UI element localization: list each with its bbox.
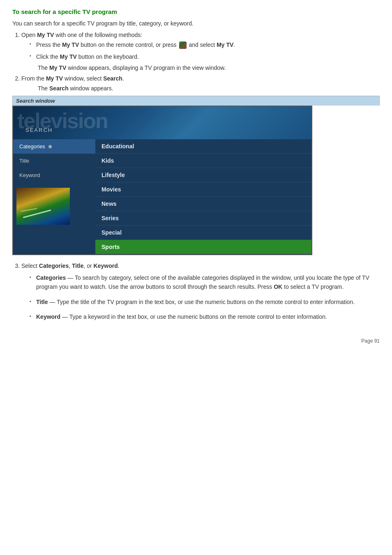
category-news[interactable]: News bbox=[95, 197, 311, 211]
search-label: SEARCH bbox=[25, 127, 53, 133]
title-label: Title bbox=[19, 158, 29, 164]
page-title: To search for a specific TV program bbox=[12, 8, 380, 15]
remote-icon bbox=[179, 41, 187, 49]
step1-text: Open My TV with one of the following met… bbox=[21, 32, 142, 38]
main-steps-list-2: Select Categories, Title, or Keyword. Ca… bbox=[21, 263, 380, 322]
desc-bullet-keyword: Keyword — Type a keyword in the text box… bbox=[30, 312, 380, 321]
step3-text: Select Categories, Title, or Keyword. bbox=[21, 263, 120, 269]
step-3: Select Categories, Title, or Keyword. Ca… bbox=[21, 263, 380, 322]
right-panel: Educational Kids Lifestyle Movies News S… bbox=[95, 139, 311, 254]
left-panel-categories[interactable]: Categories bbox=[13, 139, 95, 154]
left-panel-title[interactable]: Title bbox=[13, 154, 95, 168]
category-movies[interactable]: Movies bbox=[95, 182, 311, 197]
thumbnail-area bbox=[13, 184, 95, 228]
step3-bullets: Categories — To search by category, sele… bbox=[30, 273, 380, 322]
search-window: television SEARCH Categories Title Keywo… bbox=[12, 106, 312, 255]
bullet2-bold: My TV bbox=[60, 53, 77, 60]
step1-note: The My TV window appears, displaying a T… bbox=[38, 64, 380, 71]
categories-label: Categories bbox=[19, 143, 45, 150]
keyword-bold: Keyword bbox=[36, 313, 60, 320]
search-header: television SEARCH bbox=[13, 106, 311, 139]
step-1: Open My TV with one of the following met… bbox=[21, 32, 380, 71]
left-panel: Categories Title Keyword bbox=[13, 139, 95, 254]
step1-bold: My TV bbox=[37, 32, 54, 38]
bullet1-end-bold: My TV bbox=[217, 41, 233, 48]
desc-bullet-title: Title — Type the title of the TV program… bbox=[30, 297, 380, 306]
main-steps-list: Open My TV with one of the following met… bbox=[21, 32, 380, 92]
thumbnail-image bbox=[16, 188, 70, 225]
bullet-1: Press the My TV button on the remote con… bbox=[30, 41, 380, 49]
desc-bullet-categories: Categories — To search by category, sele… bbox=[30, 273, 380, 292]
bullet1-bold: My TV bbox=[62, 41, 79, 48]
bullet-2: Click the My TV button on the keyboard. bbox=[30, 53, 380, 61]
step2-text: From the My TV window, select Search. bbox=[21, 75, 124, 82]
step2-note: The Search window appears. bbox=[38, 85, 380, 92]
category-series[interactable]: Series bbox=[95, 211, 311, 226]
intro-text: You can search for a specific TV program… bbox=[12, 20, 380, 27]
page-footer: Page 91 bbox=[12, 334, 380, 344]
category-educational[interactable]: Educational bbox=[95, 139, 311, 154]
step-2: From the My TV window, select Search. Th… bbox=[21, 75, 380, 92]
page-number: Page 91 bbox=[361, 338, 380, 344]
search-window-label: Search window bbox=[12, 96, 380, 106]
keyword-label: Keyword bbox=[19, 172, 40, 178]
left-panel-keyword[interactable]: Keyword bbox=[13, 168, 95, 182]
category-lifestyle[interactable]: Lifestyle bbox=[95, 168, 311, 182]
category-sports[interactable]: Sports bbox=[95, 240, 311, 254]
category-kids[interactable]: Kids bbox=[95, 154, 311, 168]
active-dot bbox=[48, 145, 52, 148]
step1-bullets: Press the My TV button on the remote con… bbox=[30, 41, 380, 61]
category-special[interactable]: Special bbox=[95, 226, 311, 240]
cat-bold: Categories bbox=[36, 274, 66, 281]
search-body: Categories Title Keyword Educational Kid… bbox=[13, 139, 311, 254]
title-bold: Title bbox=[36, 299, 48, 305]
